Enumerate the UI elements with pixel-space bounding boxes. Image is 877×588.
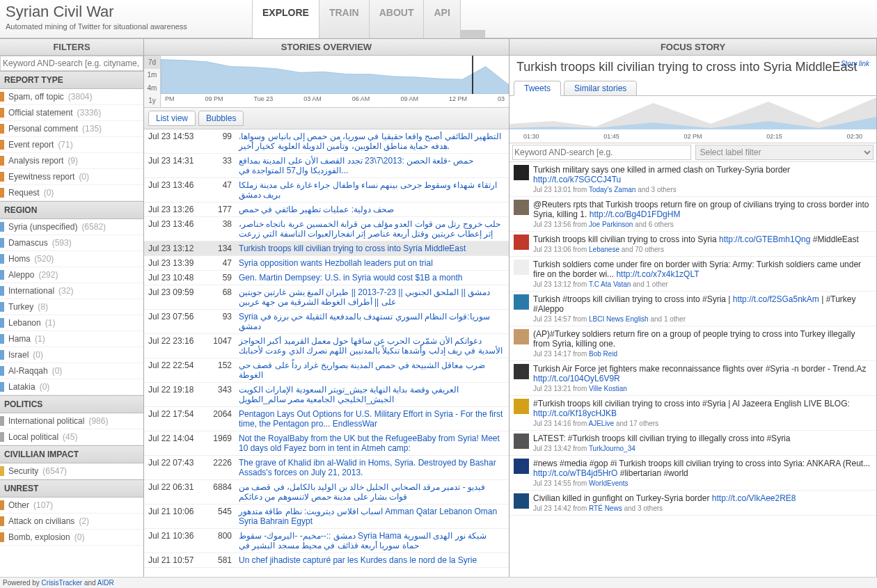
story-row[interactable]: Jul 22 17:542064Pentagon Lays Out Option… <box>144 407 509 431</box>
tweet-row[interactable]: LATEST: #Turkish troops kill civilian tr… <box>509 431 876 456</box>
filter-item[interactable]: Bomb, explosion(0) <box>0 530 143 546</box>
chart-x-label: 06 AM <box>352 95 370 102</box>
tweet-source[interactable]: Ville Kostian <box>589 385 627 392</box>
tweet-row[interactable]: Civilian killed in gunfight on Turkey-Sy… <box>509 491 876 516</box>
story-row[interactable]: Jul 23 13:4638حلب خروج رتل من قوات العدو… <box>144 217 509 241</box>
filter-item[interactable]: Turkey(8) <box>0 299 143 315</box>
filter-item[interactable]: Request(0) <box>0 185 143 201</box>
story-row[interactable]: Jul 22 06:316884فيديو - تدمير مرقد الصحا… <box>144 480 509 504</box>
filter-item[interactable]: Lebanon(1) <box>0 315 143 331</box>
main-tab-about[interactable]: ABOUT <box>369 0 425 38</box>
story-row[interactable]: Jul 23 13:12134Turkish troops kill civil… <box>144 241 509 256</box>
filter-label: Eyewitness report <box>8 172 74 182</box>
timescale-1m[interactable]: 1m <box>144 69 160 82</box>
main-tab-train[interactable]: TRAIN <box>319 0 370 38</box>
timescale-1y[interactable]: 1y <box>144 95 160 108</box>
story-row[interactable]: Jul 23 13:3947Syria opposition wants Hez… <box>144 256 509 271</box>
filter-item[interactable]: Eyewitness report(0) <box>0 169 143 185</box>
filter-item[interactable]: Syria (unspecified)(6582) <box>0 219 143 235</box>
story-row[interactable]: Jul 23 13:4647ارتقاء شهداء وسقوط جرحى بي… <box>144 178 509 202</box>
tweet-source[interactable]: Bob Reid <box>589 350 617 358</box>
story-row[interactable]: Jul 22 07:432226The grave of Khalid ibn … <box>144 456 509 480</box>
story-row[interactable]: Jul 22 22:54152ضرب معاقل الشبيحة في حمص … <box>144 358 509 383</box>
tweet-source[interactable]: TurkJourno_34 <box>589 445 635 452</box>
filter-item[interactable]: International political(986) <box>0 413 143 429</box>
focus-tab-tweets[interactable]: Tweets <box>514 81 561 96</box>
tweet-row[interactable]: #news #media #gop #i Turkish troops kill… <box>509 456 876 491</box>
story-row[interactable]: Jul 23 14:3133حمص -قلعة الحصن :2013\7\23… <box>144 154 509 178</box>
main-tab-api[interactable]: API <box>423 0 460 38</box>
story-row[interactable]: Jul 21 10:36800دمشق ::--مخيم- -اليرموك- … <box>144 529 509 553</box>
tweet-source[interactable]: AJELive <box>589 420 615 427</box>
filter-item[interactable]: Israel(0) <box>0 347 143 363</box>
tweet-source[interactable]: Today's Zaman <box>589 186 636 193</box>
tweet-row[interactable]: Turkish Air Force jet fighters make reco… <box>509 361 876 396</box>
footer-link-aidr[interactable]: AIDR <box>97 579 114 587</box>
tweet-source[interactable]: WorldEvents <box>589 479 629 487</box>
tweet-row[interactable]: @Reuters rpts that Turkish troops return… <box>509 197 876 232</box>
tab-handle[interactable] <box>460 30 485 38</box>
story-link[interactable]: Story link <box>841 60 869 68</box>
tweet-link[interactable]: http://t.co/x7x4k1zQLT <box>616 269 699 279</box>
tweet-row[interactable]: Turkish #troops kill civilian trying to … <box>509 292 876 326</box>
tweet-link[interactable]: http://t.co/Bg4D1FDgHM <box>590 209 681 219</box>
focus-label-select[interactable]: Select label filter <box>695 145 874 160</box>
story-row[interactable]: Jul 23 07:5693Syria سوريا:قوات النظام ال… <box>144 310 509 334</box>
filter-item[interactable]: Attack on civilians(2) <box>0 514 143 530</box>
filter-item[interactable]: Event report(71) <box>0 137 143 153</box>
view-tab-list-view[interactable]: List view <box>148 111 196 126</box>
filter-search-input[interactable] <box>0 56 143 71</box>
filter-item[interactable]: International(32) <box>0 283 143 299</box>
filter-item[interactable]: Spam, off topic(3804) <box>0 89 143 105</box>
tweet-row[interactable]: Turkish military says one killed in arme… <box>509 162 876 197</box>
tweet-source[interactable]: LBCI News English <box>589 315 649 323</box>
story-row[interactable]: Jul 22 14:041969Not the RoyalBaby from t… <box>144 431 509 456</box>
focus-keyword-input[interactable] <box>512 145 691 160</box>
view-tab-bubbles[interactable]: Bubbles <box>198 111 244 126</box>
story-row[interactable]: Jul 22 23:161047دعواتكم الأن شمّرت الحرب… <box>144 334 509 358</box>
tweet-row[interactable]: (AP)#Turkey soldiers return fire on a gr… <box>509 326 876 361</box>
story-row[interactable]: Jul 22 19:18343العريفي وقصة بداية النهاي… <box>144 383 509 407</box>
tweet-source[interactable]: RTÉ News <box>589 504 622 512</box>
tweet-link[interactable]: http://t.co/GTEBmh1Qng <box>719 235 810 244</box>
filter-item[interactable]: Homs(520) <box>0 251 143 267</box>
filter-item[interactable]: Analysis report(9) <box>0 153 143 169</box>
filter-item[interactable]: Other(107) <box>0 498 143 514</box>
focus-activity-chart[interactable] <box>509 96 876 129</box>
tweet-link[interactable]: http://t.co/Kf18ycHJKB <box>533 408 617 418</box>
main-tab-explore[interactable]: EXPLORE <box>252 0 319 38</box>
tweet-row[interactable]: Turkish soldiers come under fire on bord… <box>509 257 876 292</box>
tweet-link[interactable]: http://t.co/VlkAee2RE8 <box>712 493 796 503</box>
filter-item[interactable]: Aleppo(292) <box>0 267 143 283</box>
filter-item[interactable]: Official statement(3336) <box>0 105 143 121</box>
story-count: 545 <box>207 507 239 526</box>
filter-item[interactable]: Damascus(593) <box>0 235 143 251</box>
story-row[interactable]: Jul 23 09:5968دمشق || الملحق الجنوبي || … <box>144 285 509 310</box>
story-row[interactable]: Jul 23 14:5399التطهير الطائفي أصبح واقعا… <box>144 129 509 154</box>
filter-item[interactable]: Security(6547) <box>0 463 143 479</box>
tweet-row[interactable]: Turkish troops kill civilian trying to c… <box>509 232 876 257</box>
tweet-source[interactable]: Joe Parkinson <box>589 221 633 228</box>
tweet-link[interactable]: http://t.co/k7SGCCJ4Tu <box>533 175 621 184</box>
tweet-source[interactable]: T.C Ata Vatan <box>589 280 631 288</box>
tweet-link[interactable]: http://t.co/f2SGa5nkAm <box>733 294 819 304</box>
story-row[interactable]: Jul 23 10:4859Gen. Martin Dempsey: U.S. … <box>144 271 509 285</box>
filter-item[interactable]: Hama(1) <box>0 331 143 347</box>
story-row[interactable]: Jul 23 13:26177صحف دولية: عمليات تطهير ط… <box>144 202 509 217</box>
filter-item[interactable]: Personal comment(135) <box>0 121 143 137</box>
tweet-link[interactable]: http://t.co/104OyL6V9R <box>533 374 620 383</box>
timescale-4m[interactable]: 4m <box>144 81 160 95</box>
footer-link-crisistracker[interactable]: CrisisTracker <box>42 579 83 587</box>
tweet-row[interactable]: #Turkish troops kill civilian trying to … <box>509 396 876 431</box>
story-row[interactable]: Jul 21 10:57581Un chef jihadiste capturé… <box>144 553 509 568</box>
story-row[interactable]: Jul 21 10:06545اسباب افلاس ديترويت: نظام… <box>144 504 509 529</box>
tweet-source[interactable]: Lebanese <box>589 246 619 253</box>
filter-item[interactable]: Al-Raqqah(0) <box>0 363 143 379</box>
focus-tab-similar-stories[interactable]: Similar stories <box>564 81 637 96</box>
timescale-7d[interactable]: 7d <box>144 56 160 69</box>
filter-label: Hama <box>8 334 31 344</box>
filter-item[interactable]: Latakia(0) <box>0 379 143 395</box>
filter-item[interactable]: Local political(45) <box>0 429 143 445</box>
stories-timeline-chart[interactable] <box>161 56 509 94</box>
tweet-link[interactable]: http://t.co/wTB4jd5HrO <box>533 468 617 478</box>
